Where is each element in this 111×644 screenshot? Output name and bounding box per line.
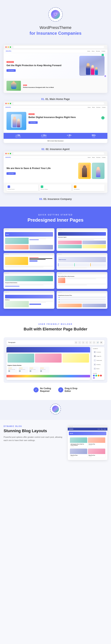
heading-icon: H [94,364,96,366]
tool-image[interactable]: 🖼 [100,341,103,344]
inner-page-thumb-5[interactable]: Transparent Retail Solutions [3,272,54,289]
color-swatch[interactable] [93,377,95,379]
thumb-title: Insurance Agent [58,236,106,238]
dot-red [5,46,7,48]
nav-link: Services [96,50,100,52]
blog-preview-nav: INSURA Home Blog About [68,428,108,430]
blog-nav-logo: INSURA [69,428,73,430]
inner-page-thumb-1[interactable]: BLOG [3,228,54,251]
tool-italic[interactable]: I [78,341,81,344]
review-stars-1: ★★★★★ [8,368,17,368]
thumb-content-2: Insurance Agent [57,231,108,250]
canvas-reviews-title: Explore Clients Review [7,365,89,366]
inner-page-thumb-6[interactable]: We're the Best Place to Buy Insurance [57,272,108,289]
elementor-features: ✓ No Coding Required ✓ Drag & Drop Edito… [3,387,108,393]
dot [6,273,7,274]
hero-subtitle: for Insurance Companies [3,31,108,36]
tool-link[interactable]: 🔗 [96,341,99,344]
review-card-1: ★★★★★ Great insurance plan! [7,367,17,373]
thumb-title8: Comprehensive Insurance Plans [58,295,106,296]
thumb-header-bar [58,232,106,236]
preview1-cta-button[interactable]: Get Started [6,69,16,72]
sidebar-heading-item[interactable]: H Heading [93,363,104,366]
tool-align-left[interactable]: ≡ [85,341,88,344]
tool-align-center[interactable]: ≡ [89,341,92,344]
thumb-about-title: Digital Insurance [59,259,66,260]
thumb-content-5: Transparent Retail Solutions [3,274,54,289]
canvas-reviews-section: Explore Clients Review ★★★★★ Great insur… [6,364,90,374]
dot-red3 [5,153,7,154]
sidebar-image-item[interactable]: 🖼 Image Div [93,354,104,358]
inner-page-thumb-2[interactable]: Insurance Agent [57,228,108,251]
review-stars-3: ★★★★★ [29,368,38,368]
demo2-title: 02. Insurance Agent [46,148,70,150]
feature-item [58,263,74,266]
review-card-2: ★★★★★ Very helpful support [18,367,28,373]
demo-card-3: INSURA Home About Services Contact We ar… [3,151,108,193]
color-swatch[interactable] [95,375,97,376]
thumb-content-1: BLOG [3,231,54,251]
stat-2: + 15k+ Projects Done [41,134,47,137]
preview2-cta-button[interactable]: Learn More [28,121,38,124]
preview3-cta-button[interactable]: Learn More [6,172,16,175]
elementor-sidebar[interactable]: ELEMENTS ⊞ Container 🖼 Image Div " Testi… [92,347,105,380]
dot [5,254,5,255]
thumb-text7 [29,301,53,307]
preview1-badge: INSURANCE [6,61,14,63]
preview1-section2-img [6,81,21,91]
dot [5,292,5,293]
preview2-nav: INSURA Home About Services Contact [3,106,108,109]
sidebar-button-item[interactable]: ☐ Button [93,367,104,370]
preview3-card2: Business Solution [40,184,71,191]
color-swatch[interactable] [98,375,100,376]
sidebar-container-item[interactable]: ⊞ Container [93,350,104,354]
tool-underline[interactable]: U [82,341,85,344]
container-label: Container [96,352,101,353]
inner-page-thumb-7[interactable]: Healthcare [3,291,54,309]
blog-preview-browser-header [68,425,108,428]
blog-nav-link: Blog [101,428,103,430]
inner-page-thumb-4[interactable]: Digital Insurance [57,253,108,270]
team-img [58,240,82,244]
text-line [29,301,53,302]
stat-4: 900+ Awards [92,134,96,137]
color-swatch[interactable] [93,375,95,376]
preview3-heading: We are Here to Save & Protect Your Life [6,167,76,170]
image-icon: 🖼 [94,355,96,357]
blog-hero-text: BLOG [70,433,73,434]
logo-inner-bottom [52,406,59,412]
blog-text-column: DYNAMIC BLOG Stunning Blog Layouts Power… [3,425,64,443]
preview2-img [6,112,26,130]
preview2-badge: INSURANCE [28,113,35,115]
button [29,260,37,262]
thumb-header [3,253,54,256]
text-heading [29,259,46,260]
canvas-img-1 [7,354,34,362]
card2-icon [41,186,43,188]
dot-red2 [5,103,7,104]
browser-url3 [13,152,104,154]
preview2-stats: + 30k Happy Clients + 15k+ Projects Done… [3,133,108,139]
stat-1: + 30k Happy Clients [15,134,21,137]
review-stars-4: ★★★★★ [40,368,49,368]
preview3-nav: INSURA Home About Services Contact [3,156,108,159]
stat-3: + 40+ Years [67,134,72,137]
preview1-section2-heading: Perfect Insurance Designed with You in M… [23,86,54,88]
tool-align-right[interactable]: ≡ [93,341,96,344]
sidebar-divider: COLORS [93,372,104,379]
inner-page-thumb-3[interactable] [3,253,54,270]
blog-dot [69,426,70,427]
color-swatch[interactable] [100,375,102,376]
dot [7,254,8,255]
tool-bold[interactable]: B [75,341,78,344]
text-line [5,285,43,285]
thumb-text6 [66,278,106,283]
sidebar-testimonial-item[interactable]: " Testimonial [93,358,104,362]
dot-yellow2 [7,103,9,104]
dot [5,273,5,274]
inner-page-thumb-8[interactable]: Comprehensive Insurance Plans [57,291,108,309]
thumb-banner5 [5,276,53,281]
blog-post-meta-4: Sep 2024 [89,456,105,457]
demo3-title: 03. Insurance Company [43,198,72,200]
dot [5,229,5,230]
